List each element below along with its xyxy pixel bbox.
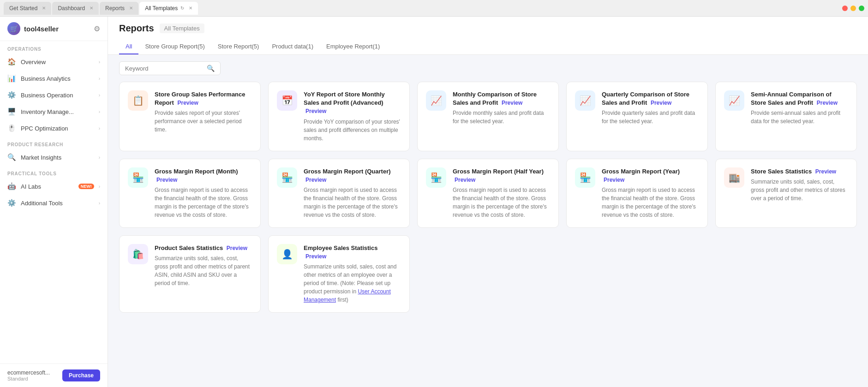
settings-icon[interactable]: ⚙ <box>94 24 100 33</box>
tab-all-templates-close[interactable]: ✕ <box>189 6 192 11</box>
filter-tab-store-report[interactable]: Store Report(5) <box>211 39 266 54</box>
sidebar-item-ai-labs[interactable]: 🤖 AI Labs NEW! › <box>0 178 108 195</box>
card-title: Gross Margin Report (Half Year) Preview <box>453 167 550 184</box>
report-card-quarterly-comparison[interactable]: 📈 Quarterly Comparison of Store Sales an… <box>566 82 708 151</box>
win-minimize-btn[interactable] <box>850 6 856 11</box>
inventory-icon: 🖥️ <box>7 107 16 116</box>
tab-get-started[interactable]: Get Started ✕ <box>4 2 51 15</box>
win-maximize-btn[interactable] <box>859 6 864 11</box>
tab-get-started-close[interactable]: ✕ <box>42 6 46 11</box>
report-card-semi-annual-comparison[interactable]: 📈 Semi-Annual Comparison of Store Sales … <box>715 82 857 151</box>
logo-icon: 🛒 <box>7 22 20 35</box>
sidebar-item-business-operation[interactable]: ⚙️ Business Operation › <box>0 87 108 103</box>
sidebar-item-additional-tools[interactable]: ⚙️ Additional Tools › <box>0 195 108 211</box>
report-card-product-sales-statistics[interactable]: 🛍️ Product Sales Statistics Preview Summ… <box>119 235 261 313</box>
card-preview-link[interactable]: Preview <box>305 108 326 114</box>
filter-tab-product-data[interactable]: Product data(1) <box>265 39 320 54</box>
card-body: Employee Sales Statistics Preview Summar… <box>304 244 401 304</box>
card-link[interactable]: User Account Management <box>304 288 391 303</box>
report-card-yoy-report[interactable]: 📅 YoY Report of Store Monthly Sales and … <box>268 82 410 151</box>
tab-dashboard-label: Dashboard <box>58 5 85 12</box>
card-preview-link[interactable]: Preview <box>227 245 247 251</box>
sidebar-item-inventory-label: Inventory Manage... <box>21 108 94 115</box>
user-plan: Standard <box>7 376 58 381</box>
tools-icon: ⚙️ <box>7 199 16 207</box>
filter-tab-all[interactable]: All <box>119 39 138 54</box>
analytics-icon: 📊 <box>7 74 16 83</box>
card-preview-link[interactable]: Preview <box>651 100 671 106</box>
search-icon: 🔍 <box>207 65 215 72</box>
card-body: Semi-Annual Comparison of Store Sales an… <box>751 90 848 143</box>
filter-tab-employee-report[interactable]: Employee Report(1) <box>320 39 386 54</box>
tab-reports-close[interactable]: ✕ <box>129 6 133 11</box>
section-label-operations: OPERATIONS <box>0 41 108 54</box>
page-header: Reports All Templates All Store Group Re… <box>108 17 868 55</box>
user-name: ecommercesoft... <box>7 369 58 376</box>
tab-refresh-icon[interactable]: ↻ <box>180 6 184 11</box>
home-icon: 🏠 <box>7 58 16 66</box>
sidebar-item-market-insights-label: Market Insights <box>21 154 94 161</box>
sidebar-item-ppc[interactable]: 🖱️ PPC Optimization › <box>0 120 108 137</box>
card-body: Gross Margin Report (Month) Preview Gros… <box>155 167 252 219</box>
card-title: Product Sales Statistics Preview <box>155 244 252 252</box>
report-card-gross-margin-year[interactable]: 🏪 Gross Margin Report (Year) Preview Gro… <box>566 159 708 228</box>
sidebar-item-overview[interactable]: 🏠 Overview › <box>0 54 108 70</box>
card-icon: 📈 <box>575 90 595 111</box>
market-icon: 🔍 <box>7 153 16 161</box>
chevron-icon: › <box>99 184 100 189</box>
report-card-monthly-comparison[interactable]: 📈 Monthly Comparison of Store Sales and … <box>417 82 559 151</box>
card-title: Quarterly Comparison of Store Sales and … <box>602 90 699 107</box>
card-body: Store Group Sales Performance Report Pre… <box>155 90 252 143</box>
sidebar-item-market-insights[interactable]: 🔍 Market Insights › <box>0 149 108 166</box>
chevron-icon: › <box>99 126 100 131</box>
tab-all-templates[interactable]: All Templates ↻ ✕ <box>139 2 198 15</box>
user-info: ecommercesoft... Standard <box>7 369 58 381</box>
tab-dashboard[interactable]: Dashboard ✕ <box>52 2 99 15</box>
card-preview-link[interactable]: Preview <box>178 100 198 106</box>
sidebar-item-inventory[interactable]: 🖥️ Inventory Manage... › <box>0 103 108 120</box>
tab-reports[interactable]: Reports ✕ <box>100 2 138 15</box>
chevron-icon: › <box>99 155 100 160</box>
card-desc: Summarize units sold, sales, cost and ot… <box>304 262 401 304</box>
search-input[interactable] <box>125 65 203 72</box>
report-card-store-group-sales[interactable]: 📋 Store Group Sales Performance Report P… <box>119 82 261 151</box>
card-preview-link[interactable]: Preview <box>817 100 838 106</box>
purchase-button[interactable]: Purchase <box>62 369 100 381</box>
card-title: Store Group Sales Performance Report Pre… <box>155 90 252 107</box>
card-desc: Summarize units sold, sales, cost, gross… <box>155 254 252 287</box>
chevron-icon: › <box>99 60 100 65</box>
sidebar-logo: 🛒 tool4seller ⚙ <box>0 17 108 41</box>
win-close-btn[interactable] <box>842 6 848 11</box>
report-card-gross-margin-month[interactable]: 🏪 Gross Margin Report (Month) Preview Gr… <box>119 159 261 228</box>
content-area: Reports All Templates All Store Group Re… <box>108 17 868 387</box>
tab-dashboard-close[interactable]: ✕ <box>90 6 93 11</box>
card-desc: Gross margin report is used to access th… <box>453 186 550 219</box>
filter-tab-store-group[interactable]: Store Group Report(5) <box>138 39 211 54</box>
card-preview-link[interactable]: Preview <box>604 177 624 183</box>
card-preview-link[interactable]: Preview <box>156 177 177 183</box>
card-body: Store Sales Statistics Preview Summarize… <box>751 167 848 219</box>
card-preview-link[interactable]: Preview <box>455 177 475 183</box>
chevron-icon: › <box>99 109 100 114</box>
card-preview-link[interactable]: Preview <box>305 177 326 183</box>
report-card-gross-margin-half[interactable]: 🏪 Gross Margin Report (Half Year) Previe… <box>417 159 559 228</box>
card-desc: Gross margin report is used to access th… <box>602 186 699 219</box>
sidebar-footer: ecommercesoft... Standard Purchase <box>0 363 108 387</box>
report-card-gross-margin-quarter[interactable]: 🏪 Gross Margin Report (Quarter) Preview … <box>268 159 410 228</box>
section-label-product-research: PRODUCT RESEARCH <box>0 137 108 149</box>
page-header-top: Reports All Templates <box>119 23 857 34</box>
card-preview-link[interactable]: Preview <box>305 253 326 260</box>
card-title: Employee Sales Statistics Preview <box>304 244 401 261</box>
search-row: 🔍 <box>108 55 868 82</box>
search-box[interactable]: 🔍 <box>119 61 221 75</box>
report-card-store-sales-statistics[interactable]: 🏬 Store Sales Statistics Preview Summari… <box>715 159 857 228</box>
card-preview-link[interactable]: Preview <box>502 100 522 106</box>
card-body: YoY Report of Store Monthly Sales and Pr… <box>304 90 401 143</box>
card-title: Store Sales Statistics Preview <box>751 167 848 176</box>
new-badge: NEW! <box>78 184 94 189</box>
card-icon: 🏪 <box>128 167 148 188</box>
report-card-employee-sales-statistics[interactable]: 👤 Employee Sales Statistics Preview Summ… <box>268 235 410 313</box>
card-icon: 📅 <box>277 90 297 111</box>
card-preview-link[interactable]: Preview <box>815 168 836 175</box>
sidebar-item-business-analytics[interactable]: 📊 Business Analytics › <box>0 70 108 87</box>
